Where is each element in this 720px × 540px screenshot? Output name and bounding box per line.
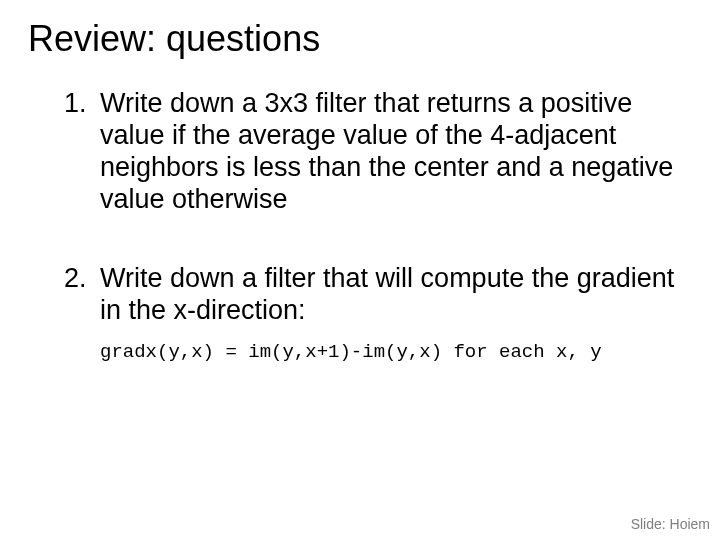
- slide: Review: questions Write down a 3x3 filte…: [0, 0, 720, 540]
- question-text: Write down a filter that will compute th…: [100, 263, 674, 325]
- question-item-1: Write down a 3x3 filter that returns a p…: [94, 88, 692, 215]
- slide-title: Review: questions: [28, 18, 692, 60]
- question-text: Write down a 3x3 filter that returns a p…: [100, 88, 673, 214]
- question-item-2: Write down a filter that will compute th…: [94, 263, 692, 363]
- slide-credit: Slide: Hoiem: [631, 516, 710, 532]
- question-code: gradx(y,x) = im(y,x+1)-im(y,x) for each …: [100, 341, 692, 363]
- question-list: Write down a 3x3 filter that returns a p…: [28, 88, 692, 364]
